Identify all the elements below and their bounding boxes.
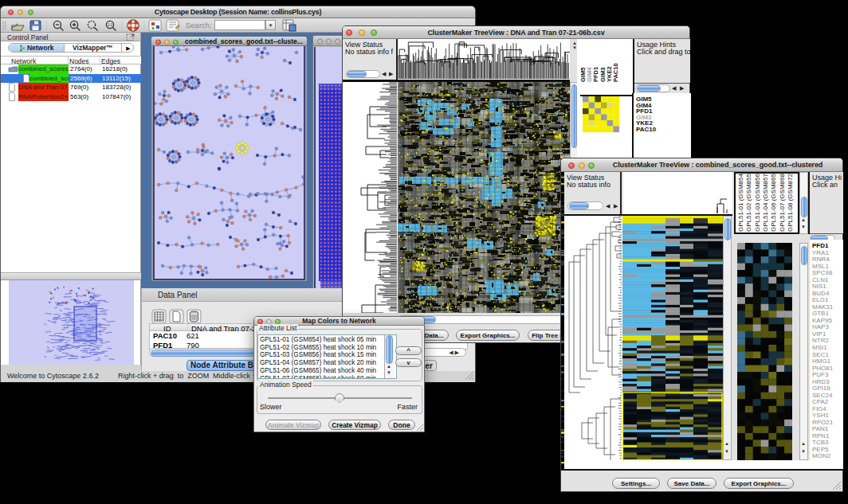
- svg-text:GPL51-06 (GSM865): GPL51-06 (GSM865): [770, 174, 777, 232]
- svg-text:GPL51-01 (GSM854): GPL51-01 (GSM854): [737, 174, 744, 232]
- svg-text:Search:: Search:: [186, 21, 212, 29]
- svg-text:PAC10: PAC10: [612, 63, 619, 82]
- svg-text:GPL51-02 (GSM855): GPL51-02 (GSM855): [745, 174, 752, 232]
- svg-text:1:1: 1:1: [108, 23, 113, 27]
- svg-text:GPL51-08 (GSM872): GPL51-08 (GSM872): [787, 174, 794, 232]
- svg-text:GPL51-07 (GSM868): GPL51-07 (GSM868): [779, 174, 786, 232]
- svg-text:GPL51-04 (GSM857): GPL51-04 (GSM857): [762, 174, 769, 232]
- svg-text:GPL51-03 (GSM856): GPL51-03 (GSM856): [754, 174, 761, 232]
